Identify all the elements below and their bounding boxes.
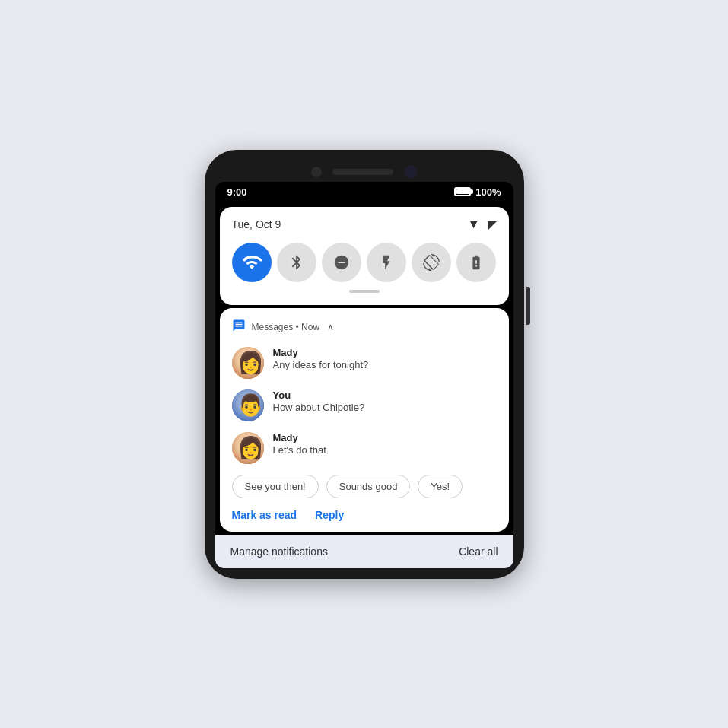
quick-settings-panel: Tue, Oct 9 ▼ ◤	[220, 207, 509, 305]
notification-card: Messages • Now ∧ Mady Any ideas for toni…	[220, 308, 509, 532]
notif-app-name: Messages • Now	[252, 322, 320, 332]
battery-fill	[456, 189, 469, 194]
reply-button[interactable]: Reply	[315, 509, 344, 521]
avatar-you	[232, 389, 264, 421]
quick-reply-yes[interactable]: Yes!	[418, 475, 463, 498]
notif-actions: Mark as read Reply	[232, 509, 497, 521]
clear-all-button[interactable]: Clear all	[459, 545, 498, 558]
status-right-icons: 100%	[454, 186, 501, 198]
qs-drag-handle	[232, 290, 497, 293]
message-content-3: Mady Let's do that	[273, 432, 497, 456]
battery-percent: 100%	[475, 186, 501, 198]
front-camera-main	[404, 165, 418, 179]
front-camera-left	[311, 167, 322, 177]
status-time: 9:00	[227, 186, 247, 198]
qs-battery-saver-button[interactable]	[456, 243, 496, 282]
phone-cameras	[215, 161, 513, 182]
message-sender-3: Mady	[273, 432, 497, 443]
mark-as-read-button[interactable]: Mark as read	[232, 509, 297, 521]
wifi-signal-icon: ▼	[468, 218, 480, 231]
notif-expand-icon[interactable]: ∧	[327, 322, 334, 332]
manage-notifications-button[interactable]: Manage notifications	[230, 545, 328, 558]
message-content-2: You How about Chipotle?	[273, 389, 497, 413]
message-row-1: Mady Any ideas for tonight?	[232, 347, 497, 379]
message-text-3: Let's do that	[273, 444, 497, 456]
qs-wifi-button[interactable]	[232, 243, 272, 282]
message-list: Mady Any ideas for tonight? You How abou…	[232, 347, 497, 464]
messages-app-icon	[232, 319, 246, 336]
avatar-face-mady-2	[232, 432, 264, 464]
message-sender-2: You	[273, 389, 497, 401]
status-bar: 9:00 100%	[215, 182, 513, 202]
quick-settings-buttons	[232, 243, 497, 282]
qs-rotation-button[interactable]	[412, 243, 451, 282]
message-sender-1: Mady	[273, 347, 497, 358]
notif-header: Messages • Now ∧	[232, 319, 497, 336]
quick-reply-see-you[interactable]: See you then!	[232, 475, 319, 498]
message-text-2: How about Chipotle?	[273, 402, 497, 413]
message-content-1: Mady Any ideas for tonight?	[273, 347, 497, 370]
quick-reply-chips: See you then! Sounds good Yes!	[232, 475, 497, 498]
message-text-1: Any ideas for tonight?	[273, 359, 497, 370]
avatar-mady-1	[232, 347, 264, 379]
message-row-2: You How about Chipotle?	[232, 389, 497, 421]
qs-dnd-button[interactable]	[322, 243, 361, 282]
qs-flashlight-button[interactable]	[367, 243, 406, 282]
avatar-face-mady-1	[232, 347, 264, 379]
side-button[interactable]	[526, 287, 530, 325]
drag-pill	[349, 290, 380, 293]
phone-frame: 9:00 100% Tue, Oct 9 ▼ ◤	[205, 150, 524, 579]
qs-bluetooth-button[interactable]	[277, 243, 316, 282]
signal-bars-icon: ◤	[488, 218, 497, 232]
earpiece-speaker	[332, 169, 393, 175]
quick-settings-header: Tue, Oct 9 ▼ ◤	[232, 218, 497, 232]
qs-header-icons: ▼ ◤	[468, 218, 497, 232]
quick-reply-sounds-good[interactable]: Sounds good	[326, 475, 411, 498]
qs-date: Tue, Oct 9	[232, 218, 281, 230]
avatar-face-you	[232, 389, 264, 421]
battery-icon	[454, 187, 471, 196]
avatar-mady-2	[232, 432, 264, 464]
manage-notifications-bar: Manage notifications Clear all	[215, 535, 513, 568]
phone-screen: 9:00 100% Tue, Oct 9 ▼ ◤	[215, 182, 513, 568]
message-row-3: Mady Let's do that	[232, 432, 497, 464]
